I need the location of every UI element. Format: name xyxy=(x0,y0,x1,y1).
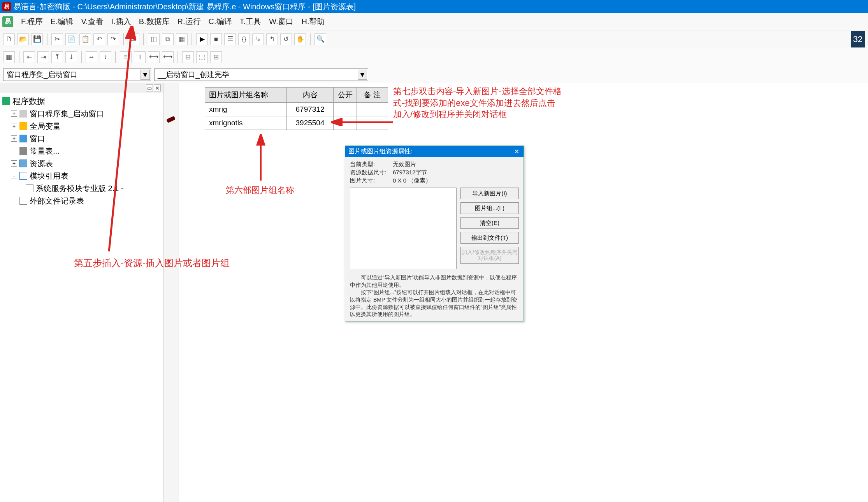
table-header-row: 图片或图片组名称 内容 公开 备 注 xyxy=(205,88,388,103)
paste-icon[interactable]: 📋 xyxy=(79,33,91,45)
save-file-icon[interactable]: 💾 xyxy=(31,33,43,45)
expand-icon[interactable]: + xyxy=(11,111,17,117)
align-bottom-icon[interactable]: ⤓ xyxy=(65,51,77,63)
combo-row: 窗口程序集_启动窗口 ▼ __启动窗口_创建完毕 ▼ xyxy=(0,66,868,83)
same-width-icon[interactable]: ⟷ xyxy=(148,51,160,63)
find-icon[interactable]: 🔍 xyxy=(315,33,326,45)
break-icon[interactable]: ☰ xyxy=(224,33,236,45)
hand-icon[interactable]: ✋ xyxy=(294,33,306,45)
test-dialog-icon[interactable]: ⊞ xyxy=(210,51,222,63)
cell-note[interactable] xyxy=(357,103,388,116)
menu-database[interactable]: B.数据库 xyxy=(135,15,174,28)
grid-icon[interactable]: ▦ xyxy=(3,51,15,63)
menu-insert[interactable]: I.插入 xyxy=(107,15,135,28)
dialog-title-bar[interactable]: 图片或图片组资源属性: ✕ xyxy=(345,146,524,157)
expand-icon[interactable]: + xyxy=(11,160,17,167)
tree-item-module-child[interactable]: 系统服务模块专业版 2.1 - xyxy=(26,182,161,195)
layout2-icon[interactable]: ⧉ xyxy=(162,33,174,45)
align-top-icon[interactable]: ⤒ xyxy=(51,51,63,63)
dropdown-arrow-icon[interactable]: ▼ xyxy=(358,70,367,80)
same-height-icon[interactable]: ⟷ xyxy=(162,51,174,63)
step-run-icon[interactable]: ↺ xyxy=(280,33,292,45)
resource-table[interactable]: 图片或图片组名称 内容 公开 备 注 xmrig 6797312 xmrigno… xyxy=(205,87,388,130)
align-left-icon[interactable]: ⇤ xyxy=(23,51,35,63)
collapse-icon[interactable]: - xyxy=(11,173,17,179)
dialog-buttons: 导入新图片(I) 图片组...(L) 清空(E) 输出到文件(T) 加入/修改到… xyxy=(460,188,519,269)
open-file-icon[interactable]: 📂 xyxy=(17,33,29,45)
layout3-icon[interactable]: ▦ xyxy=(176,33,188,45)
apply-close-button[interactable]: 加入/修改到程序并关闭对话框(A) xyxy=(460,247,519,264)
clear-button[interactable]: 清空(E) xyxy=(460,217,519,229)
stop-icon[interactable]: ■ xyxy=(210,33,222,45)
toolbar-main: 🗋 📂 💾 ✂ 📄 📋 ↶ ↷ ▭ ◫ ⧉ ▦ ▶ ■ ☰ {} ↳ ↰ ↺ ✋… xyxy=(0,30,868,48)
panel-restore-icon[interactable]: ▭ xyxy=(146,84,153,91)
cell-name[interactable]: xmrignotls xyxy=(205,116,287,130)
table-row[interactable]: xmrignotls 3925504 xyxy=(205,116,388,130)
tree-item-window[interactable]: +窗口 xyxy=(11,132,161,145)
cell-public[interactable] xyxy=(334,103,357,116)
close-icon[interactable]: ✕ xyxy=(513,147,520,155)
dropdown-arrow-icon[interactable]: ▼ xyxy=(141,70,150,80)
center-h-icon[interactable]: ↔ xyxy=(86,51,97,63)
space-h-icon[interactable]: ≡ xyxy=(120,51,132,63)
layout1-icon[interactable]: ◫ xyxy=(148,33,160,45)
col-public-header: 公开 xyxy=(334,88,357,103)
window-icon[interactable]: ▭ xyxy=(128,33,139,45)
annotation-step7: 第七步双击内容-导入新图片-选择全部文件格式-找到要添加的exe文件添加进去然后… xyxy=(393,86,564,120)
new-file-icon[interactable]: 🗋 xyxy=(3,33,15,45)
label-type: 当前类型: xyxy=(350,161,393,168)
space-v-icon[interactable]: ⦀ xyxy=(134,51,146,63)
menu-tools[interactable]: T.工具 xyxy=(236,15,265,28)
redo-icon[interactable]: ↷ xyxy=(107,33,119,45)
lock-icon[interactable]: ⊟ xyxy=(182,51,194,63)
tree-item-consts[interactable]: 常量表... xyxy=(11,145,161,157)
menu-window[interactable]: W.窗口 xyxy=(265,15,297,28)
menu-bar: 易 F.程序 E.编辑 V.查看 I.插入 B.数据库 R.运行 C.编译 T.… xyxy=(0,13,868,30)
menu-edit[interactable]: E.编辑 xyxy=(47,15,77,28)
tree-item-resources[interactable]: +资源表 xyxy=(11,157,161,170)
separator-icon xyxy=(115,51,116,63)
expand-icon[interactable]: + xyxy=(11,135,17,142)
tree-item-globals[interactable]: +全局变量 xyxy=(11,120,161,132)
align-right-icon[interactable]: ⇥ xyxy=(37,51,49,63)
col-name-header: 图片或图片组名称 xyxy=(205,88,287,103)
cut-icon[interactable]: ✂ xyxy=(51,33,63,45)
file-icon xyxy=(19,197,27,205)
center-v-icon[interactable]: ↕ xyxy=(100,51,111,63)
tree-item-modules[interactable]: -模块引用表 xyxy=(11,170,161,182)
cell-public[interactable] xyxy=(334,116,357,130)
menu-view[interactable]: V.查看 xyxy=(77,15,107,28)
image-group-button[interactable]: 图片组...(L) xyxy=(460,202,519,214)
step-out-icon[interactable]: ↰ xyxy=(266,33,278,45)
tree-item-progset[interactable]: +窗口程序集_启动窗口 xyxy=(11,107,161,120)
tree-root[interactable]: 程序数据 xyxy=(2,95,161,107)
dialog-title: 图片或图片组资源属性: xyxy=(348,147,412,156)
panel-close-icon[interactable]: ✕ xyxy=(154,84,161,91)
undo-icon[interactable]: ↶ xyxy=(93,33,105,45)
export-file-button[interactable]: 输出到文件(T) xyxy=(460,232,519,244)
resource-property-dialog[interactable]: 图片或图片组资源属性: ✕ 当前类型:无效图片 资源数据尺寸:6797312字节… xyxy=(345,146,524,321)
import-image-button[interactable]: 导入新图片(I) xyxy=(460,188,519,199)
menu-compile[interactable]: C.编译 xyxy=(205,15,236,28)
menu-program[interactable]: F.程序 xyxy=(17,15,47,28)
menu-run[interactable]: R.运行 xyxy=(174,15,205,28)
run-icon[interactable]: ▶ xyxy=(196,33,208,45)
tab-order-icon[interactable]: ⬚ xyxy=(196,51,208,63)
scope-combo[interactable]: 窗口程序集_启动窗口 ▼ xyxy=(3,68,151,81)
dialog-body: 当前类型:无效图片 资源数据尺寸:6797312字节 图片尺寸:0 X 0 （像… xyxy=(345,157,524,321)
cell-content[interactable]: 3925504 xyxy=(287,116,334,130)
expand-icon[interactable]: + xyxy=(11,123,17,129)
copy-icon[interactable]: 📄 xyxy=(65,33,77,45)
table-row[interactable]: xmrig 6797312 xyxy=(205,103,388,116)
marker-icon xyxy=(166,116,176,123)
step-into-icon[interactable]: ↳ xyxy=(252,33,264,45)
project-tree[interactable]: 程序数据 +窗口程序集_启动窗口 +全局变量 +窗口 常量表... +资源表 -… xyxy=(0,93,163,209)
menu-help[interactable]: H.帮助 xyxy=(297,15,329,28)
cell-note[interactable] xyxy=(357,116,388,130)
app-icon: 易 xyxy=(2,2,11,11)
tree-item-extfiles[interactable]: 外部文件记录表 xyxy=(11,195,161,207)
step-over-icon[interactable]: {} xyxy=(238,33,250,45)
cell-name[interactable]: xmrig xyxy=(205,103,287,116)
proc-combo[interactable]: __启动窗口_创建完毕 ▼ xyxy=(154,68,368,81)
cell-content[interactable]: 6797312 xyxy=(287,103,334,116)
